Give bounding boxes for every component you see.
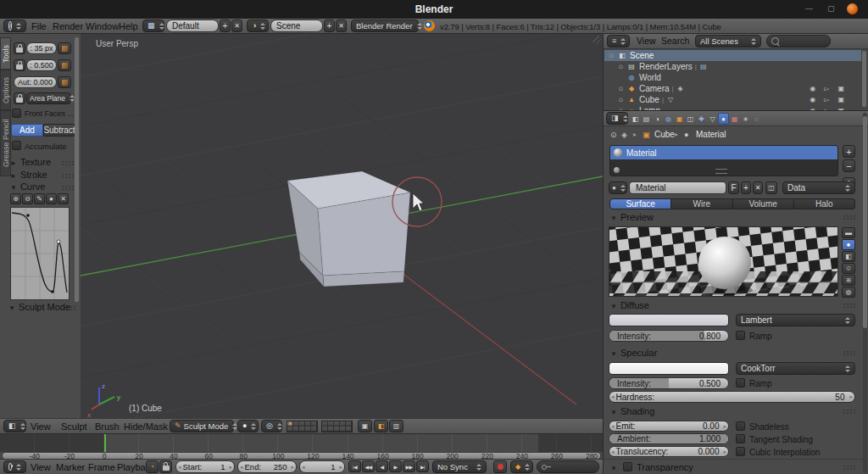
panel-grip[interactable] (61, 173, 74, 179)
sync-mode-dropdown[interactable]: No Sync (432, 460, 487, 473)
menu-search[interactable]: Search (661, 36, 689, 46)
material-type-tab-halo[interactable]: Halo (794, 198, 855, 209)
use-preview-range-button[interactable]: ◔ (146, 460, 159, 473)
tool-shelf-tab-tools[interactable]: Tools (0, 37, 11, 70)
curve-panel-header[interactable]: ▼Curve (10, 181, 45, 192)
accumulate-checkbox[interactable] (12, 141, 21, 150)
delete-screen-layout-button[interactable]: ✕ (231, 20, 242, 32)
curve-point-icon[interactable]: ● (46, 193, 57, 204)
editor-type-info-dropdown[interactable]: i (3, 20, 26, 32)
curve-tools-icon[interactable]: ✎ (34, 193, 45, 204)
opengl-render-anim-button[interactable]: ▥ (389, 420, 403, 432)
stroke-panel-header[interactable]: ►Stroke (10, 170, 47, 180)
menu-view[interactable]: View (31, 421, 51, 432)
specular-panel-header[interactable]: ▼Specular (610, 348, 657, 358)
layer-toggle[interactable] (311, 427, 317, 432)
preview-flat-button[interactable]: ▬ (842, 227, 855, 238)
active-keying-set-field[interactable] (537, 460, 599, 473)
panel-grip[interactable] (843, 215, 855, 220)
hardness-field[interactable]: ◂ Hardness: 50▸ (609, 391, 855, 403)
outliner-row-world[interactable]: ◍World (604, 72, 861, 83)
outliner-row-renderlayers[interactable]: ⊙▤RenderLayers|▤ (604, 61, 861, 72)
editor-type-properties-dropdown[interactable]: ◨ (606, 112, 628, 125)
outliner-scrollbar[interactable] (862, 51, 866, 107)
properties-tab-particles[interactable]: ∗ (740, 113, 751, 125)
diffuse-shader-dropdown[interactable]: Lambert (736, 314, 855, 326)
editor-type-outliner-dropdown[interactable]: ≡ (607, 35, 630, 47)
preview-panel-header[interactable]: ▼Preview (610, 212, 654, 222)
autosmooth-pressure-button[interactable] (58, 76, 71, 88)
expander-icon[interactable]: ⊙ (608, 53, 615, 59)
transparency-panel-header[interactable]: ▼ (610, 462, 620, 472)
menu-help[interactable]: Help (119, 21, 138, 31)
properties-tab-modifiers[interactable]: ✚ (696, 113, 707, 125)
tangent-shading-checkbox[interactable] (736, 434, 745, 443)
layer-toggle[interactable] (293, 427, 299, 432)
list-resize-grip[interactable] (715, 169, 727, 174)
pivot-point-dropdown[interactable]: ◎ (261, 420, 282, 432)
lock-object-modes-button[interactable]: ▣ (358, 420, 372, 432)
viewport-shading-dropdown[interactable]: ● (237, 420, 259, 432)
render-restrict-icon[interactable]: ▣ (837, 85, 844, 92)
properties-tab-material[interactable]: ● (718, 113, 729, 125)
brush-curve-widget[interactable] (10, 207, 70, 300)
menu-file[interactable]: File (31, 21, 47, 31)
properties-tab-object[interactable]: ▣ (674, 113, 685, 125)
preview-sphere-button[interactable]: ● (842, 239, 855, 250)
shadeless-checkbox[interactable] (736, 421, 745, 431)
layer-toggle[interactable] (322, 427, 328, 432)
area-plane-lock-button[interactable] (14, 92, 25, 104)
visibility-eye-icon[interactable]: ◉ (810, 96, 815, 103)
pin-icon[interactable]: ⊙ (610, 131, 617, 139)
specular-color-swatch[interactable] (609, 362, 729, 375)
scene-icon-dropdown[interactable]: ◑ (247, 20, 269, 32)
use-nodes-button[interactable]: ◫ (765, 181, 777, 194)
outliner-search-input[interactable] (766, 35, 831, 47)
add-scene-button[interactable]: + (324, 20, 335, 32)
properties-tab-physics[interactable]: ◌ (751, 113, 762, 125)
preview-world-button[interactable]: ◍ (842, 287, 855, 298)
curve-point[interactable] (51, 290, 54, 293)
layer-toggle[interactable] (305, 427, 311, 432)
diffuse-intensity-slider[interactable]: Intensity: 0.800 (609, 330, 729, 342)
properties-tab-world[interactable]: ◍ (663, 113, 674, 125)
ambient-slider[interactable]: Ambient: 1.000 (609, 433, 729, 444)
layer-toggle[interactable] (334, 427, 340, 432)
selectability-cursor-icon[interactable]: ▻ (824, 85, 829, 92)
menu-brush[interactable]: Brush (95, 421, 120, 432)
expander-icon[interactable]: ⊙ (617, 64, 625, 70)
current-frame-field[interactable]: ◂ 1▸ (299, 460, 345, 473)
radius-lock-button[interactable] (14, 42, 25, 54)
timeline-track[interactable] (0, 434, 603, 452)
properties-tab-constraints[interactable]: ◫ (685, 113, 696, 125)
zoom-out-icon[interactable]: ⊖ (22, 193, 33, 204)
specular-intensity-slider[interactable]: Intensity: 0.500 (609, 377, 729, 389)
outliner-row-scene[interactable]: ⊙◧Scene (604, 50, 861, 61)
curve-point-selected[interactable] (57, 240, 60, 243)
preview-cube-button[interactable]: ◧ (842, 251, 855, 262)
properties-tab-object-data[interactable]: ▽ (707, 113, 718, 125)
shading-panel-header[interactable]: ▼Shading (610, 406, 654, 416)
sculpt-mode-panel-header[interactable]: ▼Sculpt Mode (8, 302, 70, 312)
corner-split-widget[interactable] (596, 39, 601, 44)
menu-sculpt[interactable]: Sculpt (61, 421, 87, 432)
properties-tab-texture[interactable]: ▦ (729, 113, 740, 125)
layer-toggle[interactable] (299, 427, 305, 432)
menu-view[interactable]: View (31, 462, 51, 472)
outliner-row-cube[interactable]: ⊙▲Cube|▽◉▻▣ (604, 94, 861, 105)
texture-panel-header[interactable]: ►Texture (10, 157, 51, 167)
play-reverse-button[interactable]: ◀ (376, 460, 388, 472)
new-material-button[interactable]: + (741, 181, 751, 194)
close-button[interactable] (847, 3, 858, 14)
autosmooth-field[interactable]: Aut: 0.000 (14, 76, 57, 88)
cube-object[interactable] (287, 171, 410, 287)
render-engine-dropdown[interactable]: Blender Render (351, 20, 419, 32)
lock-time-button[interactable] (159, 460, 172, 473)
layer-toggle[interactable] (287, 427, 293, 432)
auto-keyframe-button[interactable] (493, 460, 507, 473)
jump-to-next-keyframe-button[interactable]: ▶▶ (403, 460, 415, 472)
tool-shelf-scrollbar[interactable] (75, 37, 79, 302)
minimize-button[interactable]: — (805, 4, 813, 13)
properties-tab-render[interactable]: ◧ (630, 113, 641, 125)
strength-pressure-button[interactable] (58, 59, 71, 71)
